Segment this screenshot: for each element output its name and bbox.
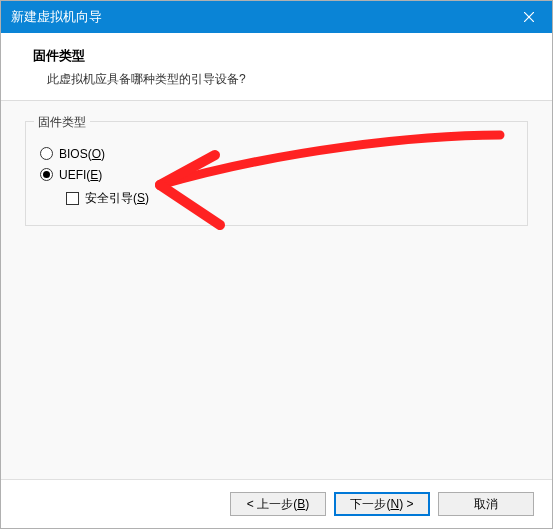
cancel-button[interactable]: 取消 — [438, 492, 534, 516]
radio-bios[interactable]: BIOS(O) — [40, 146, 513, 161]
header-subtext: 此虚拟机应具备哪种类型的引导设备? — [33, 71, 530, 88]
wizard-window: 新建虚拟机向导 固件类型 此虚拟机应具备哪种类型的引导设备? 固件类型 BIOS… — [0, 0, 553, 529]
back-button[interactable]: < 上一步(B) — [230, 492, 326, 516]
radio-indicator-uefi — [40, 168, 53, 181]
next-button[interactable]: 下一步(N) > — [334, 492, 430, 516]
checkbox-indicator-secure — [66, 192, 79, 205]
header-heading: 固件类型 — [33, 47, 530, 65]
radio-label-uefi: UEFI(E) — [59, 167, 102, 182]
close-icon — [524, 12, 534, 22]
checkbox-label-secure: 安全引导(S) — [85, 190, 149, 207]
titlebar: 新建虚拟机向导 — [1, 1, 552, 33]
firmware-group: 固件类型 BIOS(O) UEFI(E) 安全引导(S) — [25, 121, 528, 226]
wizard-header: 固件类型 此虚拟机应具备哪种类型的引导设备? — [1, 33, 552, 101]
radio-label-bios: BIOS(O) — [59, 146, 105, 161]
checkbox-secure-boot[interactable]: 安全引导(S) — [66, 190, 513, 207]
radio-uefi[interactable]: UEFI(E) — [40, 167, 513, 182]
group-legend: 固件类型 — [34, 114, 90, 131]
wizard-footer: < 上一步(B) 下一步(N) > 取消 — [1, 479, 552, 528]
content-area: 固件类型 BIOS(O) UEFI(E) 安全引导(S) — [1, 101, 552, 479]
radio-indicator-bios — [40, 147, 53, 160]
close-button[interactable] — [506, 1, 552, 33]
window-title: 新建虚拟机向导 — [11, 8, 102, 26]
